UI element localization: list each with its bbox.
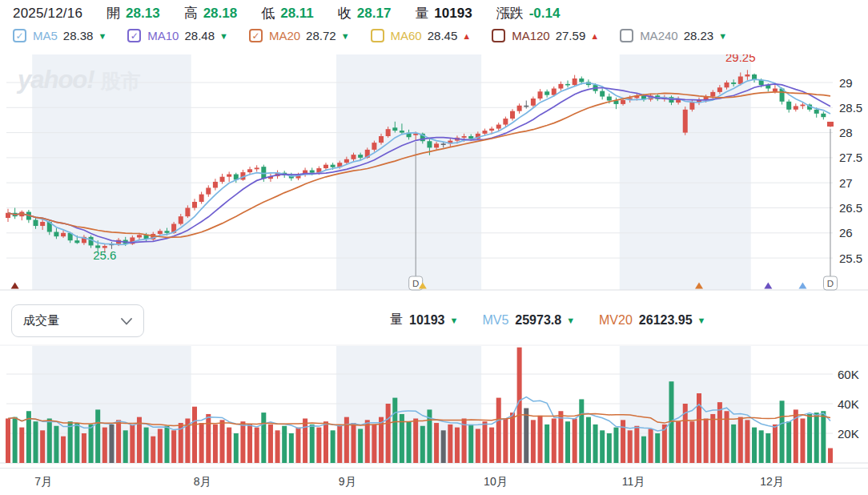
volume-bar[interactable]: [786, 421, 791, 463]
volume-bar[interactable]: [74, 423, 79, 463]
volume-bar[interactable]: [655, 433, 660, 463]
volume-bar[interactable]: [552, 419, 557, 464]
indicator-dropdown[interactable]: 成交量: [11, 304, 144, 337]
volume-bar[interactable]: [220, 420, 225, 463]
volume-bar[interactable]: [607, 433, 612, 463]
candle[interactable]: [158, 231, 163, 234]
candle[interactable]: [814, 110, 819, 114]
ma-toggle-ma5[interactable]: ✓MA528.38▼: [13, 29, 106, 42]
volume-bar[interactable]: [600, 430, 605, 463]
candle[interactable]: [164, 231, 169, 233]
checkbox-unchecked-icon[interactable]: [620, 29, 633, 42]
candle[interactable]: [600, 91, 605, 97]
candle[interactable]: [710, 92, 715, 97]
volume-bar[interactable]: [759, 430, 764, 463]
volume-bar[interactable]: [89, 425, 94, 463]
volume-bar[interactable]: [441, 430, 446, 463]
volume-bar[interactable]: [82, 433, 86, 463]
volume-bar[interactable]: [289, 433, 294, 463]
volume-bar[interactable]: [255, 428, 259, 463]
candle[interactable]: [227, 175, 231, 177]
candle[interactable]: [496, 125, 501, 129]
volume-bar[interactable]: [710, 414, 715, 463]
candle[interactable]: [34, 220, 38, 227]
candle[interactable]: [358, 155, 363, 158]
ma-toggle-ma10[interactable]: ✓MA1028.48▼: [127, 29, 228, 42]
candle[interactable]: [199, 195, 204, 202]
candle[interactable]: [372, 143, 376, 150]
volume-bar[interactable]: [531, 420, 536, 463]
volume-bar[interactable]: [392, 398, 397, 463]
volume-bar[interactable]: [579, 399, 584, 463]
checkbox-checked-icon[interactable]: ✓: [249, 29, 263, 42]
volume-bar[interactable]: [352, 423, 356, 463]
volume-bar[interactable]: [565, 421, 570, 463]
volume-bar[interactable]: [123, 430, 128, 463]
volume-bar[interactable]: [192, 407, 197, 463]
volume-bar[interactable]: [468, 425, 473, 463]
volume-bar[interactable]: [773, 425, 778, 463]
volume-bar[interactable]: [19, 428, 24, 463]
price-chart-area[interactable]: yahoo!股市 2928.52827.52726.52625.5DD25.62…: [0, 54, 868, 295]
volume-bar[interactable]: [821, 411, 826, 463]
volume-bar[interactable]: [455, 428, 460, 463]
volume-bar[interactable]: [116, 420, 121, 463]
volume-bar[interactable]: [310, 425, 315, 463]
candle[interactable]: [179, 216, 183, 223]
candle[interactable]: [392, 127, 397, 131]
ma-toggle-ma240[interactable]: MA24028.23▼: [620, 29, 727, 42]
candle[interactable]: [74, 240, 79, 243]
volume-chart[interactable]: 20K40K60K: [0, 344, 868, 466]
volume-bar[interactable]: [593, 425, 598, 463]
checkbox-checked-icon[interactable]: ✓: [13, 29, 26, 42]
candle[interactable]: [503, 119, 508, 125]
candle[interactable]: [725, 82, 729, 87]
candle[interactable]: [510, 111, 515, 119]
volume-bar[interactable]: [545, 425, 549, 463]
volume-bar[interactable]: [503, 419, 508, 464]
candle[interactable]: [607, 97, 612, 101]
candle[interactable]: [61, 233, 66, 236]
candle[interactable]: [331, 165, 336, 167]
volume-bar[interactable]: [386, 404, 391, 463]
volume-bar[interactable]: [538, 416, 543, 463]
candle[interactable]: [538, 91, 543, 99]
volume-bar[interactable]: [6, 419, 10, 464]
volume-bar[interactable]: [634, 426, 639, 463]
candle[interactable]: [579, 78, 584, 82]
volume-bar[interactable]: [199, 423, 204, 463]
checkbox-unchecked-icon[interactable]: [371, 29, 384, 42]
volume-bar[interactable]: [800, 419, 805, 464]
candle[interactable]: [558, 84, 563, 89]
volume-bar[interactable]: [814, 412, 819, 463]
volume-bar[interactable]: [745, 420, 749, 463]
volume-bar[interactable]: [717, 402, 722, 463]
candle[interactable]: [441, 143, 446, 145]
volume-bar[interactable]: [323, 421, 328, 463]
candle[interactable]: [137, 235, 142, 237]
candle[interactable]: [786, 102, 791, 110]
candle[interactable]: [489, 129, 494, 131]
volume-bar[interactable]: [372, 425, 376, 463]
candle[interactable]: [310, 171, 315, 173]
volume-bar[interactable]: [295, 428, 300, 463]
candle[interactable]: [524, 106, 528, 107]
candle[interactable]: [689, 103, 694, 110]
volume-bar[interactable]: [420, 426, 425, 463]
volume-bar[interactable]: [171, 430, 176, 463]
candle[interactable]: [717, 87, 722, 92]
volume-bar[interactable]: [489, 428, 494, 463]
candle[interactable]: [400, 131, 404, 133]
volume-bar[interactable]: [95, 409, 100, 463]
volume-bar[interactable]: [54, 426, 58, 463]
candle[interactable]: [220, 177, 225, 182]
candle[interactable]: [482, 131, 487, 134]
candle[interactable]: [531, 99, 536, 106]
volume-bar[interactable]: [144, 428, 149, 463]
candle[interactable]: [427, 141, 432, 147]
candle[interactable]: [40, 222, 45, 226]
volume-bar[interactable]: [282, 426, 287, 463]
volume-bar[interactable]: [476, 429, 480, 463]
volume-bar[interactable]: [649, 429, 653, 463]
volume-bar[interactable]: [628, 430, 633, 463]
